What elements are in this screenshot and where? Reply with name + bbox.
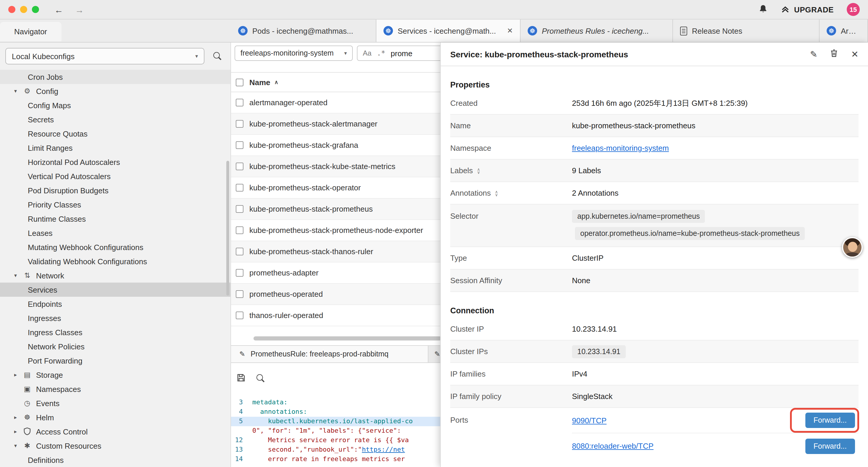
code-text: annotations: [252,407,307,417]
notifications-bell-icon[interactable] [759,4,768,15]
history-navigation: ← → [54,4,84,14]
sidebar-item-label: Priority Classes [28,200,81,209]
sidebar-item-access-control[interactable]: ▸Access Control [0,425,230,439]
close-tab-icon[interactable]: ✕ [507,27,513,35]
row-checkbox[interactable] [236,163,243,170]
row-checkbox[interactable] [236,99,243,107]
row-name: kube-prometheus-stack-grafana [249,141,359,150]
sidebar-item-pod-disruption-budgets[interactable]: Pod Disruption Budgets [0,183,230,198]
sidebar-item-ingresses[interactable]: Ingresses [0,311,230,325]
sidebar-item-mutating-webhook-configurations[interactable]: Mutating Webhook Configurations [0,240,230,254]
forward-button-wrap: Forward... [805,438,855,454]
sidebar-item-limit-ranges[interactable]: Limit Ranges [0,141,230,155]
sort-toggle-icon[interactable]: ∧∨ [495,190,498,196]
horizontal-scrollbar[interactable] [253,337,441,341]
sidebar-item-runtime-classes[interactable]: Runtime Classes [0,212,230,226]
sidebar-item-validating-webhook-configurations[interactable]: Validating Webhook Configurations [0,254,230,268]
edit-resource-icon[interactable]: ✎ [810,49,817,59]
kubeconfig-selector[interactable]: Local Kubeconfigs ▾ [5,48,205,64]
row-checkbox[interactable] [236,184,243,192]
url-token[interactable]: https://net [362,446,405,454]
upgrade-label: UPGRADE [794,5,834,14]
back-button[interactable]: ← [54,4,63,14]
row-checkbox[interactable] [236,312,243,319]
name-column-header[interactable]: Name [249,78,270,87]
tab-label: Prometheus Rules - icecheng... [542,26,665,35]
row-checkbox[interactable] [236,141,243,149]
port-link[interactable]: 8080:reloader-web/TCP [572,442,653,450]
editor-search-icon[interactable] [256,374,265,383]
sidebar-item-label: Horizontal Pod Autoscalers [28,157,120,167]
tab-services-icecheng-math[interactable]: ☸Services - icecheng@math...✕ [376,20,521,42]
chevron-right-icon[interactable]: ▸ [14,372,23,378]
sidebar-item-label: Helm [36,413,54,422]
notification-count-badge[interactable]: 15 [847,3,860,16]
regex-toggle[interactable]: .* [377,49,385,57]
sidebar-item-namespaces[interactable]: ▣Namespaces [0,382,230,396]
match-case-toggle[interactable]: Aa [363,49,371,57]
sidebar-scrollbar[interactable] [226,161,229,296]
dock-tab-prometheusrule[interactable]: ✎ PrometheusRule: freeleaps-prod-rabbitm… [231,346,428,362]
sidebar-item-cron-jobs[interactable]: Cron Jobs [0,70,230,84]
sidebar-item-events[interactable]: ◷Events [0,396,230,410]
row-checkbox[interactable] [236,269,243,276]
sidebar-item-priority-classes[interactable]: Priority Classes [0,198,230,212]
sidebar-item-leases[interactable]: Leases [0,226,230,240]
row-checkbox[interactable] [236,205,243,213]
properties-heading: Properties [450,77,859,92]
sidebar-search-icon[interactable] [213,52,222,61]
detail-value[interactable]: freeleaps-monitoring-system [572,144,669,152]
chevron-right-icon[interactable]: ▸ [14,429,23,435]
namespace-filter-select[interactable]: freeleaps-monitoring-system ▾ [235,46,353,61]
kubernetes-icon: ☸ [528,26,537,35]
row-name: kube-prometheus-stack-prometheus [249,205,373,213]
line-number: 14 [231,455,252,464]
user-avatar[interactable] [842,237,863,258]
sidebar-item-vertical-pod-autoscalers[interactable]: Vertical Pod Autoscalers [0,169,230,183]
upgrade-button[interactable]: UPGRADE [780,5,834,14]
sidebar-item-secrets[interactable]: Secrets [0,112,230,126]
detail-value: kube-prometheus-stack-prometheus [572,121,695,130]
save-icon[interactable] [237,373,245,383]
sidebar-item-custom-resources[interactable]: ▾✱Custom Resources [0,439,230,453]
sidebar-item-endpoints[interactable]: Endpoints [0,297,230,311]
row-checkbox[interactable] [236,248,243,255]
sidebar-item-horizontal-pod-autoscalers[interactable]: Horizontal Pod Autoscalers [0,155,230,169]
sidebar-item-network[interactable]: ▾⇅Network [0,268,230,283]
sidebar-item-helm[interactable]: ▸☸Helm [0,410,230,425]
forward-button[interactable]: Forward... [805,413,855,428]
tab-release-notes[interactable]: Release Notes [673,20,819,42]
row-checkbox[interactable] [236,290,243,298]
sidebar-item-port-forwarding[interactable]: Port Forwarding [0,353,230,368]
row-checkbox[interactable] [236,120,243,128]
sidebar-item-ingress-classes[interactable]: Ingress Classes [0,325,230,339]
sort-toggle-icon[interactable]: ∧∨ [477,168,480,174]
navigator-label[interactable]: Navigator [0,22,61,41]
close-window-button[interactable] [8,6,16,13]
sidebar-item-network-policies[interactable]: Network Policies [0,339,230,353]
chevron-down-icon[interactable]: ▾ [14,443,23,449]
chevron-down-icon[interactable]: ▾ [14,272,23,279]
row-checkbox[interactable] [236,226,243,234]
forward-button[interactable]: Forward... [805,438,855,454]
sidebar-item-config[interactable]: ▾⚙Config [0,84,230,98]
select-all-checkbox[interactable] [236,78,243,86]
tab-prometheus-rules-icecheng[interactable]: ☸Prometheus Rules - icecheng... [521,20,673,42]
port-link[interactable]: 9090/TCP [572,416,607,425]
close-drawer-icon[interactable]: ✕ [851,49,859,59]
maximize-window-button[interactable] [32,6,39,13]
sidebar-item-config-maps[interactable]: Config Maps [0,98,230,112]
tab-pods-icecheng-mathmas[interactable]: ☸Pods - icecheng@mathmas... [231,20,376,42]
sidebar-item-definitions[interactable]: Definitions [0,453,230,467]
forward-button[interactable]: → [75,4,84,14]
sidebar-item-resource-quotas[interactable]: Resource Quotas [0,126,230,141]
sidebar-item-services[interactable]: Services [0,283,230,297]
chevron-down-icon[interactable]: ▾ [14,88,23,94]
minimize-window-button[interactable] [20,6,27,13]
sidebar-item-storage[interactable]: ▸▤Storage [0,368,230,382]
search-input[interactable]: prome [391,49,412,58]
code-token: error rate in freeleaps metrics ser [252,455,405,463]
chevron-right-icon[interactable]: ▸ [14,414,23,420]
delete-resource-icon[interactable] [831,49,838,59]
tab-argo-s[interactable]: ☸Argo S [819,20,868,42]
